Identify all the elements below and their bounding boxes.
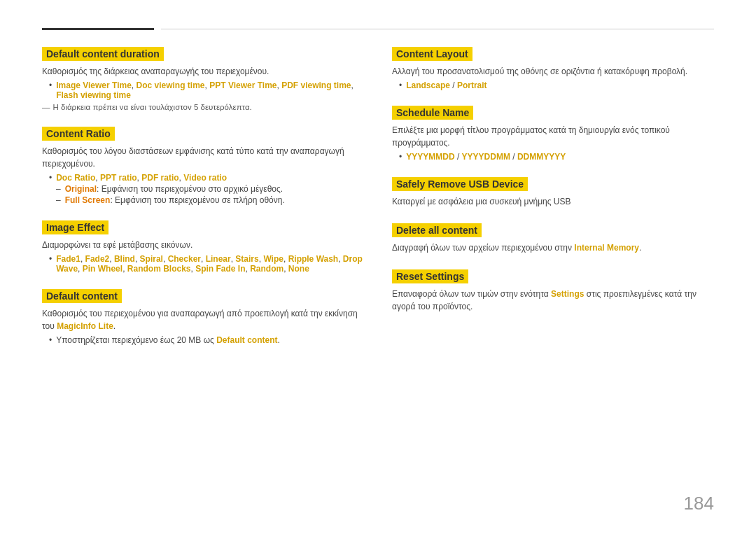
page: Default content duration Καθορισμός της … (0, 0, 756, 534)
link-doc-ratio: Doc Ratio (56, 173, 95, 183)
sub-list-content-ratio: Original: Εμφάνιση του περιεχομένου στο … (56, 184, 364, 205)
section-schedule-name: Schedule Name Επιλέξτε μια μορφή τίτλου … (392, 106, 714, 162)
link-portrait: Portrait (457, 80, 487, 90)
link-landscape: Landscape (406, 80, 450, 90)
link-pdf-viewing-time: PDF viewing time (281, 80, 351, 90)
link-internal-memory: Internal Memory (574, 243, 639, 253)
section-desc-safely-remove-usb: Καταργεί με ασφάλεια μια συσκευή μνήμης … (392, 195, 714, 208)
bullet-list-image-effect: Fade1, Fade2, Blind, Spiral, Checker, Li… (49, 254, 364, 274)
bullet-item: Doc Ratio, PPT ratio, PDF ratio, Video r… (49, 173, 364, 183)
top-line-light (161, 29, 714, 29)
section-image-effect: Image Effect Διαμορφώνει τα εφέ μετάβαση… (42, 220, 364, 274)
left-column: Default content duration Καθορισμός της … (42, 47, 364, 360)
bullet-item: Fade1, Fade2, Blind, Spiral, Checker, Li… (49, 254, 364, 274)
bullet-item: YYYYMMDD / YYYYDDMM / DDMMYYYY (399, 152, 714, 162)
top-line (42, 28, 714, 30)
link-flash-viewing-time: Flash viewing time (56, 90, 131, 100)
section-delete-all-content: Delete all content Διαγραφή όλων των αρχ… (392, 223, 714, 254)
section-desc-default-content-duration: Καθορισμός της διάρκειας αναπαραγωγής το… (42, 65, 364, 78)
columns: Default content duration Καθορισμός της … (42, 47, 714, 360)
section-content-layout: Content Layout Αλλαγή του προσανατολισμο… (392, 47, 714, 90)
sub-item-original: Original: Εμφάνιση του περιεχομένου στο … (56, 184, 364, 194)
section-desc-default-content: Καθορισμός του περιεχομένου για αναπαραγ… (42, 307, 364, 332)
section-title-image-effect: Image Effect (42, 220, 108, 234)
bullet-item: Υποστηρίζεται περιεχόμενο έως 20 MB ως D… (49, 335, 364, 345)
link-pdf-ratio: PDF ratio (141, 173, 178, 183)
link-full-screen: Full Screen (65, 195, 111, 205)
top-line-dark (42, 28, 154, 30)
link-yyyymmdd: YYYYMMDD (406, 152, 454, 162)
link-original: Original (65, 184, 97, 194)
section-desc-image-effect: Διαμορφώνει τα εφέ μετάβασης εικόνων. (42, 239, 364, 251)
bullet-list-default-content-duration: Image Viewer Time, Doc viewing time, PPT… (49, 80, 364, 100)
link-yyyyddmm: YYYYDDMM (462, 152, 510, 162)
section-title-safely-remove-usb: Safely Remove USB Device (392, 177, 528, 191)
section-desc-delete-all-content: Διαγραφή όλων των αρχείων περιεχομένου σ… (392, 241, 714, 254)
bullet-list-schedule-name: YYYYMMDD / YYYYDDMM / DDMMYYYY (399, 152, 714, 162)
section-desc-reset-settings: Επαναφορά όλων των τιμών στην ενότητα Se… (392, 288, 714, 313)
link-image-viewer-time: Image Viewer Time (56, 80, 132, 90)
section-safely-remove-usb: Safely Remove USB Device Καταργεί με ασφ… (392, 177, 714, 208)
link-ddmmyyyy: DDMMYYYY (517, 152, 566, 162)
section-reset-settings: Reset Settings Επαναφορά όλων των τιμών … (392, 269, 714, 313)
bullet-item: Landscape / Portrait (399, 80, 714, 90)
link-settings: Settings (551, 289, 584, 299)
section-title-default-content-duration: Default content duration (42, 47, 164, 61)
bullet-list-content-layout: Landscape / Portrait (399, 80, 714, 90)
link-ppt-ratio: PPT ratio (100, 173, 137, 183)
section-title-content-ratio: Content Ratio (42, 127, 115, 141)
section-desc-content-ratio: Καθορισμός του λόγου διαστάσεων εμφάνιση… (42, 145, 364, 170)
sub-item-fullscreen: Full Screen: Εμφάνιση του περιεχομένου σ… (56, 195, 364, 205)
section-default-content-duration: Default content duration Καθορισμός της … (42, 47, 364, 111)
link-default-content: Default content (216, 335, 277, 345)
right-column: Content Layout Αλλαγή του προσανατολισμο… (392, 47, 714, 360)
section-title-default-content: Default content (42, 289, 122, 303)
section-title-reset-settings: Reset Settings (392, 269, 468, 283)
page-number: 184 (684, 493, 714, 514)
bullet-list-default-content: Υποστηρίζεται περιεχόμενο έως 20 MB ως D… (49, 335, 364, 345)
section-content-ratio: Content Ratio Καθορισμός του λόγου διαστ… (42, 127, 364, 205)
link-magicinfo-lite: MagicInfo Lite (57, 321, 113, 331)
section-title-content-layout: Content Layout (392, 47, 472, 61)
bullet-item: Image Viewer Time, Doc viewing time, PPT… (49, 80, 364, 100)
section-note-default-content-duration: Η διάρκεια πρέπει να είναι τουλάχιστον 5… (42, 103, 364, 111)
link-doc-viewing-time: Doc viewing time (136, 80, 205, 90)
section-title-delete-all-content: Delete all content (392, 223, 482, 237)
section-desc-schedule-name: Επιλέξτε μια μορφή τίτλου προγράμματος κ… (392, 124, 714, 149)
bullet-list-content-ratio: Doc Ratio, PPT ratio, PDF ratio, Video r… (49, 173, 364, 183)
section-desc-content-layout: Αλλαγή του προσανατολισμού της οθόνης σε… (392, 65, 714, 78)
section-title-schedule-name: Schedule Name (392, 106, 473, 120)
section-default-content: Default content Καθορισμός του περιεχομέ… (42, 289, 364, 345)
link-ppt-viewer-time: PPT Viewer Time (209, 80, 276, 90)
link-video-ratio: Video ratio (183, 173, 227, 183)
